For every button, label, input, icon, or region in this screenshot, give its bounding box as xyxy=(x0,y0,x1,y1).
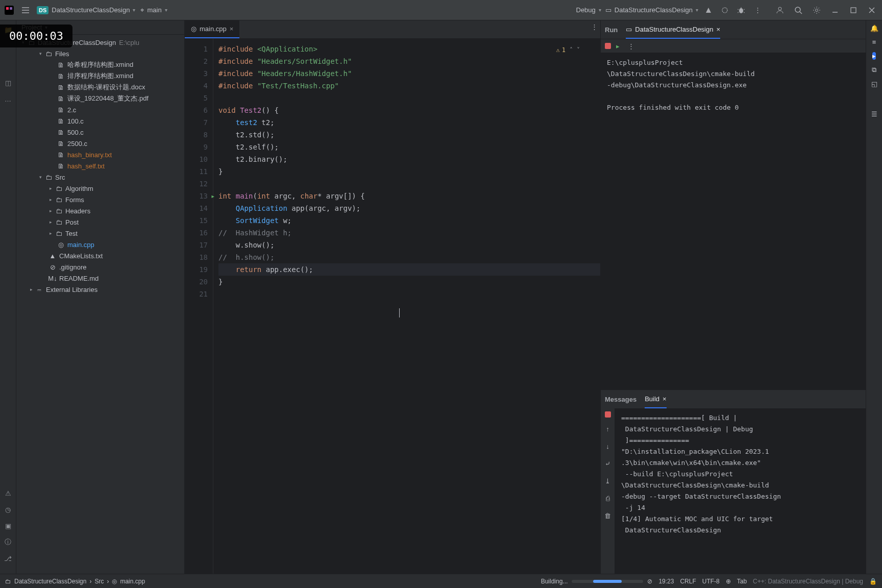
tree-file[interactable]: 🗎哈希程序结构图.xmind xyxy=(16,59,184,70)
file-icon: 🗎 xyxy=(56,61,65,69)
run-tool-button[interactable]: ▸ xyxy=(872,52,876,60)
messages-right-button[interactable]: ☰ xyxy=(871,110,877,118)
folder-icon: 🗀 xyxy=(54,196,63,204)
code-area[interactable]: ⚠ 1 ˄ ˅ #include <QApplication>#include … xyxy=(213,39,600,574)
project-tree[interactable]: ▾ 🗀 DataStructureClassDesign E:\cplu ▾🗀 … xyxy=(16,35,184,574)
project-dropdown[interactable]: DS DataStructureClassDesign ▾ xyxy=(37,6,135,14)
tree-file-main[interactable]: ◎ main.cpp xyxy=(16,239,184,250)
prev-problem-button[interactable]: ˄ xyxy=(570,44,573,56)
run-output[interactable]: E:\cplusplusProject \DataStructureClassD… xyxy=(601,53,866,389)
cpp-file-icon: ◎ xyxy=(191,25,197,33)
services-tool-button[interactable]: ◷ xyxy=(3,504,13,514)
cpp-file-icon: ◎ xyxy=(112,578,117,585)
tree-folder[interactable]: ▸🗀Forms xyxy=(16,194,184,205)
tree-file[interactable]: 🗎2500.c xyxy=(16,138,184,149)
search-button[interactable] xyxy=(792,4,804,16)
editor-body[interactable]: 12345678910111213 ▸1415161718192021 ⚠ 1 … xyxy=(185,39,600,574)
tree-file[interactable]: ▲CMakeLists.txt xyxy=(16,250,184,261)
stop-button[interactable] xyxy=(605,43,611,49)
build-progress[interactable]: Building... ⊘ xyxy=(541,578,653,585)
editor-tab-main[interactable]: ◎ main.cpp × xyxy=(185,20,239,38)
close-button[interactable] xyxy=(866,4,878,16)
rerun-button[interactable]: ▸ xyxy=(616,42,620,50)
folder-icon: 🗀 xyxy=(54,218,63,226)
main-menu-button[interactable] xyxy=(19,4,32,16)
tree-folder[interactable]: ▸🗀Headers xyxy=(16,205,184,216)
scroll-up-button[interactable]: ↑ xyxy=(602,423,614,435)
debug-button[interactable] xyxy=(735,4,747,16)
project-panel: Project ▾ ▾ 🗀 DataStructureClassDesign E… xyxy=(16,20,185,574)
cancel-build-button[interactable]: ⊘ xyxy=(647,578,652,585)
print-button[interactable]: ⎙ xyxy=(602,492,614,504)
next-problem-button[interactable]: ˅ xyxy=(577,44,580,56)
build-mode-dropdown[interactable]: Debug ▾ xyxy=(576,6,601,14)
more-actions-button[interactable]: ⋮ xyxy=(751,4,764,16)
build-button[interactable] xyxy=(702,4,715,16)
run-button[interactable] xyxy=(719,4,731,16)
run-config-dropdown[interactable]: ⌖ main ▾ xyxy=(140,6,167,14)
notifications-button[interactable]: 🔔 xyxy=(870,24,878,32)
services-right-button[interactable]: ◱ xyxy=(871,80,877,88)
tree-file[interactable]: 🗎课设_19220448_董文杰.pdf xyxy=(16,93,184,104)
tab-actions-button[interactable]: ⋮ xyxy=(588,20,600,33)
structure-tool-button[interactable]: ◫ xyxy=(3,78,13,88)
build-tab[interactable]: Build × xyxy=(645,390,667,408)
tree-file[interactable]: 🗎hash_self.txt xyxy=(16,160,184,172)
lock-icon[interactable]: 🔒 xyxy=(869,578,877,585)
database-button[interactable]: ≡ xyxy=(872,38,876,46)
file-encoding[interactable]: UTF-8 xyxy=(702,578,720,585)
tree-external-libs[interactable]: ▸⎓ External Libraries xyxy=(16,284,184,295)
scroll-end-button[interactable]: ⤓ xyxy=(602,475,614,487)
events-tool-button[interactable]: ⓘ xyxy=(3,537,13,547)
clear-button[interactable]: 🗑 xyxy=(602,509,614,522)
indent-mode[interactable]: Tab xyxy=(737,578,747,585)
editor-tabs: ◎ main.cpp × ⋮ xyxy=(185,20,600,39)
file-icon: M↓ xyxy=(48,275,57,282)
tree-folder[interactable]: ▸🗀Algorithm xyxy=(16,183,184,194)
tree-file[interactable]: 🗎100.c xyxy=(16,115,184,127)
tree-file[interactable]: M↓README.md xyxy=(16,273,184,284)
close-tab-button[interactable]: × xyxy=(230,25,234,33)
tree-file[interactable]: 🗎500.c xyxy=(16,127,184,138)
build-context[interactable]: C++: DataStructureClassDesign | Debug xyxy=(753,578,863,585)
cursor-position[interactable]: 19:23 xyxy=(658,578,674,585)
tree-file[interactable]: ⊘.gitignore xyxy=(16,261,184,273)
tree-file[interactable]: 🗎2.c xyxy=(16,104,184,115)
close-icon[interactable]: × xyxy=(716,26,720,33)
inspection-widget[interactable]: ⚠ 1 ˄ ˅ xyxy=(556,44,580,56)
copilot-icon[interactable]: ⊕ xyxy=(726,578,731,585)
tree-file[interactable]: 🗎数据结构-课程设计题.docx xyxy=(16,82,184,93)
more-tool-button[interactable]: … xyxy=(3,94,13,104)
terminal-tool-button[interactable]: ▣ xyxy=(3,521,13,531)
warning-icon: ⚠ xyxy=(556,44,560,56)
messages-tab[interactable]: Messages xyxy=(605,390,636,408)
minimize-button[interactable] xyxy=(829,4,841,16)
maximize-button[interactable] xyxy=(847,4,860,16)
tree-folder-src[interactable]: ▾🗀 Src xyxy=(16,172,184,183)
build-output[interactable]: ====================[ Build | DataStruct… xyxy=(615,408,866,574)
vcs-tool-button[interactable]: ⎇ xyxy=(3,553,13,564)
run-config-tab[interactable]: ▭ DataStructureClassDesign × xyxy=(626,20,720,39)
tree-file[interactable]: 🗎排序程序结构图.xmind xyxy=(16,70,184,82)
scroll-down-button[interactable]: ↓ xyxy=(602,440,614,452)
breadcrumb[interactable]: 🗀 DataStructureClassDesign› Src› ◎ main.… xyxy=(5,578,145,585)
editor-area: ◎ main.cpp × ⋮ 12345678910111213 ▸141516… xyxy=(185,20,600,574)
run-target-dropdown[interactable]: ▭ DataStructureClassDesign ▾ xyxy=(605,6,698,14)
tree-folder[interactable]: ▸🗀Test xyxy=(16,228,184,239)
code-with-me-button[interactable] xyxy=(774,4,786,16)
tree-folder[interactable]: ▸🗀Post xyxy=(16,216,184,228)
run-more-button[interactable]: ⋮ xyxy=(625,40,637,52)
file-icon: 🗎 xyxy=(56,106,65,114)
remote-button[interactable]: ⧉ xyxy=(872,66,876,74)
close-icon[interactable]: × xyxy=(663,395,667,403)
tree-file[interactable]: 🗎hash_binary.txt xyxy=(16,149,184,160)
soft-wrap-button[interactable]: ⤶ xyxy=(602,457,614,470)
line-separator[interactable]: CRLF xyxy=(680,578,696,585)
tree-folder-files[interactable]: ▾🗀 Files xyxy=(16,48,184,59)
run-tab[interactable]: Run xyxy=(605,20,618,39)
file-icon: 🗎 xyxy=(56,117,65,125)
settings-button[interactable] xyxy=(811,4,823,16)
stop-build-button[interactable] xyxy=(605,411,611,418)
svg-point-6 xyxy=(795,7,800,12)
problems-tool-button[interactable]: ⚠ xyxy=(3,488,13,498)
